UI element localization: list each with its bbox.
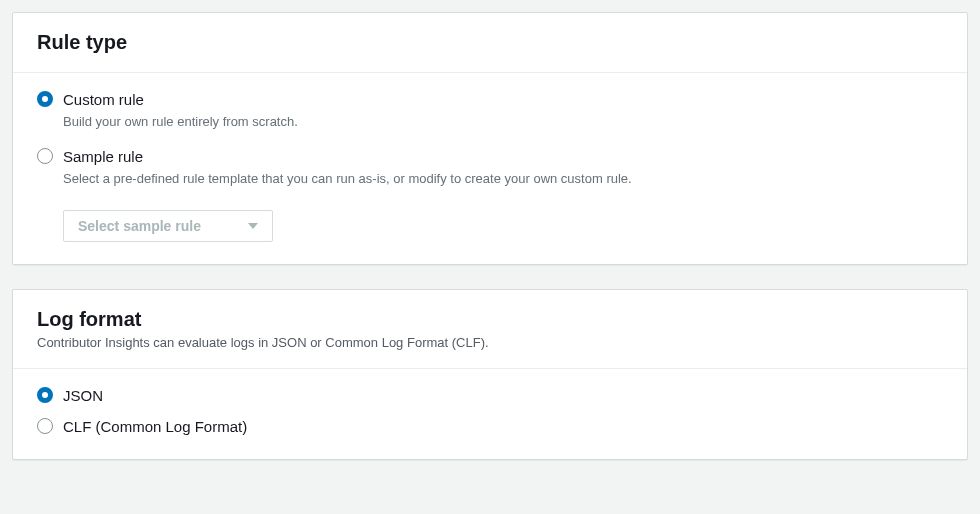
radio-option-sample-rule[interactable]: Sample rule Select a pre-defined rule te… xyxy=(37,146,943,189)
radio-option-custom-rule[interactable]: Custom rule Build your own rule entirely… xyxy=(37,89,943,132)
radio-label-clf[interactable]: CLF (Common Log Format) xyxy=(63,416,943,437)
log-format-header: Log format Contributor Insights can eval… xyxy=(13,290,967,369)
radio-icon[interactable] xyxy=(37,418,53,434)
rule-type-panel: Rule type Custom rule Build your own rul… xyxy=(12,12,968,265)
rule-type-header: Rule type xyxy=(13,13,967,73)
radio-content: JSON xyxy=(63,385,943,406)
select-sample-rule-button[interactable]: Select sample rule xyxy=(63,210,273,242)
log-format-title: Log format xyxy=(37,308,943,331)
caret-down-icon xyxy=(248,223,258,229)
radio-content: Custom rule Build your own rule entirely… xyxy=(63,89,943,132)
radio-description-sample-rule: Select a pre-defined rule template that … xyxy=(63,169,943,189)
log-format-subtitle: Contributor Insights can evaluate logs i… xyxy=(37,335,943,350)
log-format-panel: Log format Contributor Insights can eval… xyxy=(12,289,968,460)
radio-label-json[interactable]: JSON xyxy=(63,385,943,406)
radio-icon[interactable] xyxy=(37,148,53,164)
radio-label-custom-rule[interactable]: Custom rule xyxy=(63,89,943,110)
radio-option-clf[interactable]: CLF (Common Log Format) xyxy=(37,416,943,437)
log-format-body: JSON CLF (Common Log Format) xyxy=(13,369,967,459)
radio-description-custom-rule: Build your own rule entirely from scratc… xyxy=(63,112,943,132)
radio-content: CLF (Common Log Format) xyxy=(63,416,943,437)
radio-icon[interactable] xyxy=(37,91,53,107)
rule-type-body: Custom rule Build your own rule entirely… xyxy=(13,73,967,264)
radio-option-json[interactable]: JSON xyxy=(37,385,943,406)
radio-content: Sample rule Select a pre-defined rule te… xyxy=(63,146,943,189)
radio-icon[interactable] xyxy=(37,387,53,403)
rule-type-title: Rule type xyxy=(37,31,943,54)
radio-label-sample-rule[interactable]: Sample rule xyxy=(63,146,943,167)
select-sample-rule-label: Select sample rule xyxy=(78,218,201,234)
